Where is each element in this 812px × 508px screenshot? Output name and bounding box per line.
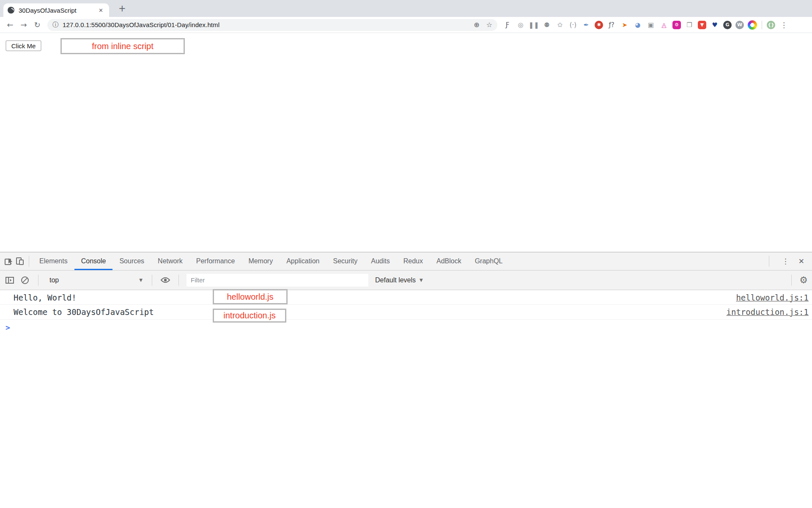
console-message-text: Hello, World! (14, 293, 77, 302)
gray-blocks-extension-icon[interactable]: ❐ (685, 20, 694, 30)
forward-icon[interactable]: → (17, 20, 30, 29)
devtools-tab-security[interactable]: Security (326, 252, 364, 270)
devtools-tab-application[interactable]: Application (280, 252, 326, 270)
console-prompt[interactable]: > (0, 320, 812, 335)
clear-console-icon[interactable] (19, 275, 30, 285)
brackets-extension-icon[interactable]: (·) (568, 20, 578, 30)
console-filter-input[interactable] (187, 274, 368, 287)
pink-gear-extension-icon[interactable]: ⚙ (672, 21, 681, 29)
tab-title: 30DaysOfJavaScript (19, 7, 97, 14)
columns-extension-icon[interactable]: ❚❚ (529, 20, 538, 30)
red-bookmark-extension-icon[interactable]: ▼ (698, 21, 706, 29)
console-sidebar-icon[interactable] (4, 275, 15, 285)
pink-prism-extension-icon[interactable]: ◬ (659, 20, 669, 30)
device-toolbar-icon[interactable] (14, 256, 25, 266)
reload-icon[interactable]: ↻ (30, 20, 44, 29)
extension-icons: Ƒ◎❚❚⚉✿(·)✒✱ƒ?➤◕▣◬⚙❐▼♥GW{} (503, 20, 775, 30)
javascript-context-select[interactable]: top ▼ (46, 276, 144, 284)
devtools-close-icon[interactable]: ✕ (798, 257, 804, 265)
console-message-text: Welcome to 30DaysOfJavaScript (14, 307, 154, 317)
devtools-tab-network[interactable]: Network (151, 252, 189, 270)
source-link[interactable]: introduction.js:1 (727, 307, 809, 317)
target-circle-extension-icon[interactable]: ◎ (516, 20, 525, 30)
address-bar[interactable]: ⓘ 127.0.0.1:5500/30DaysOfJavaScript/01-D… (47, 19, 497, 31)
divider (178, 275, 179, 286)
log-levels-label: Default levels (375, 276, 416, 284)
chevron-down-icon: ▼ (139, 278, 143, 282)
devtools-tab-graphql[interactable]: GraphQL (468, 252, 510, 270)
devtools-tab-bar: ElementsConsoleSourcesNetworkPerformance… (0, 252, 812, 271)
camera-extension-icon[interactable]: ▣ (646, 20, 656, 30)
browser-toolbar: ← → ↻ ⓘ 127.0.0.1:5500/30DaysOfJavaScrip… (0, 17, 812, 33)
site-info-icon[interactable]: ⓘ (52, 21, 58, 29)
console-messages: Hello, World!helloworld.js:1Welcome to 3… (0, 290, 812, 320)
red-hand-blocker-extension-icon[interactable]: ✱ (595, 21, 603, 29)
browser-tab[interactable]: 30DaysOfJavaScript ✕ (3, 3, 109, 17)
devtools-tab-audits[interactable]: Audits (364, 252, 396, 270)
divider (152, 275, 152, 286)
dark-g-circle-extension-icon[interactable]: G (723, 21, 732, 29)
console-message-row: Welcome to 30DaysOfJavaScriptintroductio… (0, 305, 812, 320)
devtools-tab-sources[interactable]: Sources (112, 252, 151, 270)
divider (791, 275, 792, 286)
tab-close-icon[interactable]: ✕ (97, 6, 105, 14)
chevron-down-icon: ▼ (420, 278, 423, 282)
blue-swirl-extension-icon[interactable]: ◕ (633, 20, 642, 30)
devtools-panel: ElementsConsoleSourcesNetworkPerformance… (0, 252, 812, 508)
annotation-inline-script: from inline script (60, 38, 185, 54)
devtools-tabs: ElementsConsoleSourcesNetworkPerformance… (33, 252, 509, 270)
page-content: Click Me (0, 33, 812, 251)
f-quotes-extension-icon[interactable]: Ƒ (503, 20, 512, 30)
annotation-introduction: introduction.js (213, 309, 286, 323)
annotation-helloworld: helloworld.js (213, 289, 288, 304)
devtools-tab-performance[interactable]: Performance (189, 252, 242, 270)
console-toolbar: top ▼ Default levels ▼ ⚙ (0, 271, 812, 290)
navy-heart-search-extension-icon[interactable]: ♥ (710, 20, 719, 30)
bug-extension-icon[interactable]: ⚉ (542, 20, 551, 30)
eyedropper-extension-icon[interactable]: ✒ (582, 20, 591, 30)
zoom-icon[interactable]: ⊕ (474, 21, 479, 29)
devtools-tab-console[interactable]: Console (74, 252, 113, 270)
back-icon[interactable]: ← (3, 20, 17, 29)
devtools-tab-redux[interactable]: Redux (397, 252, 430, 270)
devtools-tab-memory[interactable]: Memory (241, 252, 280, 270)
globe-favicon-icon (8, 7, 14, 14)
gray-w-circle-extension-icon[interactable]: W (735, 21, 744, 29)
green-json-braces-extension-icon[interactable]: {} (767, 21, 775, 29)
settings-gear-icon[interactable]: ⚙ (799, 275, 808, 285)
live-expression-eye-icon[interactable] (160, 275, 171, 285)
source-link[interactable]: helloworld.js:1 (736, 293, 809, 302)
log-levels-select[interactable]: Default levels ▼ (375, 276, 423, 284)
inspect-element-icon[interactable] (3, 256, 14, 266)
bookmark-star-icon[interactable]: ☆ (486, 21, 492, 29)
new-tab-button[interactable]: + (115, 3, 129, 14)
devtools-tab-adblock[interactable]: AdBlock (430, 252, 468, 270)
divider (769, 256, 769, 267)
url-text: 127.0.0.1:5500/30DaysOfJavaScript/01-Day… (63, 21, 219, 28)
color-wheel-extension-icon[interactable] (748, 20, 757, 30)
context-label: top (49, 276, 59, 284)
megaphone-extension-icon[interactable]: ➤ (620, 20, 629, 30)
divider (29, 256, 29, 267)
click-me-button[interactable]: Click Me (5, 40, 41, 51)
divider (38, 275, 38, 286)
divider (762, 21, 762, 29)
prompt-chevron-icon: > (5, 323, 10, 332)
devtools-tab-elements[interactable]: Elements (33, 252, 74, 270)
function-question-extension-icon[interactable]: ƒ? (607, 20, 616, 30)
devtools-more-icon[interactable]: ⋮ (782, 257, 789, 265)
flower-extension-icon[interactable]: ✿ (555, 20, 565, 30)
browser-tab-strip: 30DaysOfJavaScript ✕ + (0, 0, 812, 17)
console-message-row: Hello, World!helloworld.js:1 (0, 290, 812, 305)
chrome-menu-icon[interactable]: ⋮ (779, 21, 789, 29)
